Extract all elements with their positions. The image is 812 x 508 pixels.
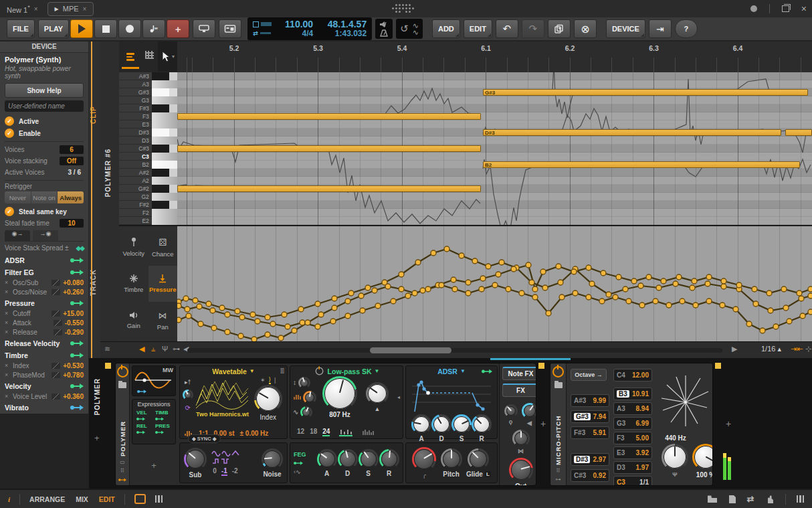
expression-tool-velocity[interactable]: Velocity xyxy=(119,229,148,266)
song-time[interactable]: 1:43.032 xyxy=(320,29,367,38)
loop-icon[interactable]: ↺ xyxy=(400,23,409,35)
micro-pitch-key-A3[interactable]: A38.94 xyxy=(613,402,652,415)
key-surface[interactable] xyxy=(152,88,177,96)
expression-tool-chance[interactable]: ⚄Chance xyxy=(148,229,178,266)
key-value[interactable]: 1.97 xyxy=(636,464,649,471)
h-scrollbar-track[interactable] xyxy=(187,348,722,353)
copy-button[interactable] xyxy=(548,19,571,38)
spectrum-icon-1[interactable] xyxy=(339,428,352,436)
key-surface[interactable] xyxy=(152,209,177,217)
reference-pitch-knob[interactable] xyxy=(662,444,688,471)
expression-slot-rel[interactable]: REL xyxy=(136,423,153,435)
mod-item-value[interactable]: +0.780 xyxy=(63,371,84,379)
window-close-button[interactable]: × xyxy=(801,3,807,14)
piano-key-G3[interactable]: G3 xyxy=(119,96,177,104)
voice-stacking-value[interactable]: Off xyxy=(60,157,84,165)
filter-spread-knob[interactable] xyxy=(298,377,310,389)
mix-value[interactable]: 100 % xyxy=(696,471,713,479)
single-panel-icon[interactable] xyxy=(134,494,146,504)
micro-pitch-key-D3[interactable]: D31.97 xyxy=(613,461,652,474)
piano-keyboard[interactable]: A#3A3G#3G3F#3F3E3D#3D3C#3C3B2A#2A2G#2G2F… xyxy=(119,72,177,225)
meters-icon[interactable] xyxy=(797,495,805,503)
slope-24[interactable]: 24 xyxy=(322,428,330,436)
mod-section-vibrato[interactable]: Vibrato xyxy=(5,402,84,413)
mod-section-filter-eg[interactable]: Filter EG xyxy=(5,267,84,278)
midi-note-G#3[interactable]: G#3 xyxy=(483,89,808,96)
piano-key-F2[interactable]: F2 xyxy=(119,209,177,217)
reference-pitch-value[interactable]: 440 Hz xyxy=(660,434,691,442)
feg-knobs-knob-d[interactable]: D xyxy=(338,449,358,477)
piano-key-F#3[interactable]: F#3 xyxy=(119,104,177,112)
bend-range-knob[interactable] xyxy=(412,447,436,471)
key-surface[interactable] xyxy=(152,169,177,177)
mod-route-icon[interactable] xyxy=(70,384,84,389)
slope-12[interactable]: 12 xyxy=(297,428,304,436)
micro-pitch-key-F#3[interactable]: F#35.91 xyxy=(571,426,609,439)
piano-key-B2[interactable]: B2 xyxy=(119,161,177,169)
mod-section-adsr[interactable]: ADSR xyxy=(5,255,84,266)
sub-octave-0[interactable]: 0 xyxy=(213,467,217,476)
undo-button[interactable]: ↶ xyxy=(496,19,518,38)
piano-key-G#2[interactable]: G#2 xyxy=(119,185,177,193)
add-device-end-button[interactable]: + xyxy=(726,418,731,429)
key-surface[interactable] xyxy=(152,104,177,112)
mod-route-icon[interactable] xyxy=(136,417,145,420)
mod-mw[interactable]: MW xyxy=(132,365,176,396)
mixer-levels-icon[interactable]: ⫨ xyxy=(151,345,155,353)
expression-slot-vel[interactable]: VEL xyxy=(136,410,153,422)
mod-item[interactable]: ×Oscs/Noise+0.260 xyxy=(5,287,84,297)
sub-octave--2[interactable]: -2 xyxy=(232,467,238,476)
layers-icon[interactable]: ≋ xyxy=(104,345,110,353)
mod-expressions[interactable]: Expressions VELTIMBRELPRES xyxy=(132,399,176,444)
key-surface[interactable] xyxy=(152,72,177,80)
mapping-icon[interactable]: ⠿ xyxy=(120,469,124,474)
velocity-fork-icon[interactable]: Ψ xyxy=(162,345,168,353)
glide-knob[interactable] xyxy=(468,448,489,470)
pointer-tool-button[interactable]: ▾ xyxy=(158,41,177,72)
mod-route-icon[interactable] xyxy=(70,405,84,410)
mod-item[interactable]: ×Voice Level+0.360 xyxy=(5,392,84,401)
piano-key-F#2[interactable]: F#2 xyxy=(119,201,177,209)
expression-lane[interactable] xyxy=(177,225,812,343)
env-knobs-knob-a[interactable]: A xyxy=(411,414,431,442)
piano-key-A2[interactable]: A2 xyxy=(119,177,177,185)
browser-icon[interactable] xyxy=(707,495,718,503)
mod-section-timbre[interactable]: Timbre xyxy=(5,350,84,361)
key-value[interactable]: 5.91 xyxy=(593,429,606,436)
expression-tool-pan[interactable]: ⋈Pan xyxy=(148,302,178,339)
mapping-icon[interactable]: ⠿ xyxy=(556,469,561,474)
piano-key-E3[interactable]: E3 xyxy=(119,120,177,129)
enable-toggle[interactable]: ✓Enable xyxy=(5,127,84,139)
mod-curve-icon[interactable] xyxy=(54,329,62,335)
key-surface[interactable] xyxy=(152,193,177,201)
micro-pitch-key-B3[interactable]: B310.91 xyxy=(613,388,652,400)
remote-controls-icon[interactable]: ▭ xyxy=(120,460,125,465)
mod-item-value[interactable]: -0.290 xyxy=(65,329,84,336)
mod-section-release-velocity[interactable]: Release Velocity xyxy=(5,338,84,349)
osc-type-select[interactable]: Wavetable▼ xyxy=(180,366,287,376)
cutoff-value[interactable]: 807 Hz xyxy=(329,411,350,418)
out-knob[interactable] xyxy=(509,458,533,482)
transport-display[interactable]: ⇄ 110.00 4/4 48.1.4.57 1:43.032 xyxy=(247,17,372,40)
delete-button[interactable]: ⊗ xyxy=(574,19,597,38)
free-phase-icon[interactable]: | xyxy=(274,377,276,384)
fine-tune-value[interactable]: ± 0.00 Hz xyxy=(240,430,269,437)
chain-icon[interactable]: ⊶ xyxy=(173,345,180,353)
mod-route-icon[interactable] xyxy=(70,341,84,346)
route-icon[interactable]: ⊶ xyxy=(556,477,561,483)
knob[interactable] xyxy=(472,414,492,434)
piano-key-A#2[interactable]: A#2 xyxy=(119,169,177,177)
midi-note[interactable] xyxy=(177,113,481,120)
oscillator-section[interactable]: Wavetable▼ ⫿⫿ ▸† ⟳ xyxy=(179,365,288,439)
cutoff-knob[interactable] xyxy=(322,376,357,411)
active-toggle[interactable]: ✓Active xyxy=(5,115,84,127)
expression-tool-timbre[interactable]: Timbre xyxy=(119,266,148,303)
midi-note[interactable] xyxy=(177,145,481,152)
device-select-marker[interactable] xyxy=(715,363,721,369)
slope-selector[interactable]: 121824 xyxy=(297,428,330,436)
presets-icon[interactable] xyxy=(554,382,563,388)
sub-knob[interactable] xyxy=(184,448,207,471)
key-surface[interactable] xyxy=(152,112,177,120)
piano-key-F3[interactable]: F3 xyxy=(119,112,177,120)
mix-knob[interactable] xyxy=(692,444,713,471)
